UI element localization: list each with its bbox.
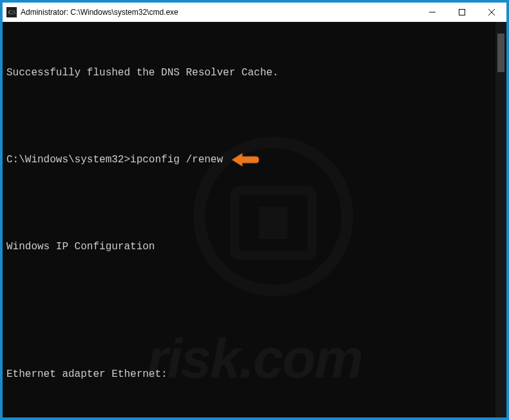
blank-line: [6, 197, 503, 211]
typed-command: ipconfig /renew: [130, 153, 223, 167]
prompt-path: C:\Windows\system32>: [6, 153, 130, 167]
vertical-scrollbar[interactable]: [495, 22, 506, 417]
window-title: Administrator: C:\Windows\system32\cmd.e…: [21, 8, 418, 17]
blank-line: [6, 410, 503, 417]
window-controls: [418, 3, 506, 22]
titlebar[interactable]: C:\ Administrator: C:\Windows\system32\c…: [3, 3, 506, 22]
watermark-text: risk.com: [147, 352, 362, 366]
output-heading: Ethernet adapter Ethernet:: [6, 367, 503, 381]
maximize-icon: [459, 9, 465, 15]
output-line: Successfully flushed the DNS Resolver Ca…: [6, 66, 503, 80]
cmd-icon: C:\: [6, 7, 17, 17]
maximize-button[interactable]: [447, 3, 477, 22]
cmd-window: C:\ Administrator: C:\Windows\system32\c…: [3, 3, 506, 417]
svg-text:C:\: C:\: [8, 9, 16, 15]
blank-line: [6, 282, 503, 296]
minimize-button[interactable]: [418, 3, 447, 22]
minimize-icon: [429, 9, 436, 15]
close-button[interactable]: [477, 3, 506, 22]
scrollbar-thumb[interactable]: [497, 33, 504, 72]
blank-line: [6, 108, 503, 122]
svg-rect-3: [459, 10, 465, 15]
output-heading: Windows IP Configuration: [6, 240, 503, 254]
terminal-area[interactable]: Successfully flushed the DNS Resolver Ca…: [3, 22, 506, 417]
svg-rect-8: [259, 207, 287, 239]
arrow-left-icon: [231, 151, 259, 169]
prompt-line: C:\Windows\system32>ipconfig /renew: [6, 151, 503, 169]
blank-line: [6, 325, 503, 339]
close-icon: [488, 9, 495, 15]
